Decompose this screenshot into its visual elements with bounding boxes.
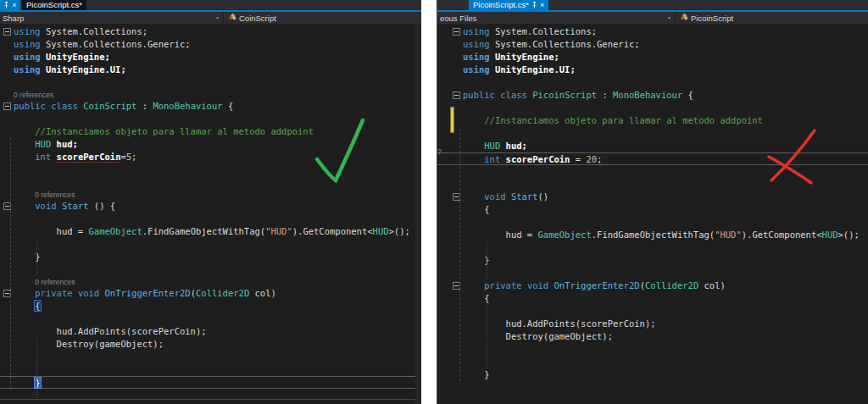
code-line[interactable] — [0, 176, 421, 189]
code-line[interactable] — [437, 241, 868, 254]
modified-lines-marker — [450, 107, 454, 133]
code-line[interactable]: { — [437, 203, 868, 216]
code-line[interactable]: int scorePerCoin = 20; — [437, 152, 868, 165]
code-line[interactable] — [0, 213, 421, 225]
code-text: Destroy(gameObject); — [14, 338, 421, 351]
chevron-down-icon[interactable]: ▼ — [667, 15, 671, 20]
code-line[interactable]: hud.AddPoints(scorePerCoin); — [437, 318, 868, 330]
code-line[interactable]: using System.Collections; — [437, 25, 868, 38]
code-line[interactable] — [0, 113, 421, 125]
code-line[interactable]: HUD hud; — [437, 140, 868, 152]
code-line[interactable]: private void OnTriggerEnter2D(Collider2D… — [0, 287, 421, 300]
code-text: using System.Collections; — [14, 25, 421, 38]
code-line[interactable] — [0, 263, 421, 276]
code-editor[interactable]: using System.Collections;using System.Co… — [0, 24, 421, 404]
code-line[interactable]: } — [0, 376, 421, 389]
chevron-down-icon[interactable]: ▼ — [215, 15, 220, 20]
code-line[interactable]: using UnityEngine; — [437, 51, 868, 64]
fold-collapse-icon[interactable] — [3, 102, 11, 110]
code-line[interactable] — [0, 163, 421, 176]
code-line[interactable]: using UnityEngine.UI; — [437, 64, 868, 76]
code-line[interactable] — [437, 343, 868, 356]
code-line[interactable]: private void OnTriggerEnter2D(Collider2D… — [437, 279, 868, 292]
active-tab-fragment[interactable]: × — [0, 0, 20, 10]
type-dropdown[interactable]: CoinScript — [224, 12, 421, 24]
code-text: public class CoinScript : MonoBehaviour … — [14, 100, 421, 113]
codelens-line[interactable]: 0 references — [0, 276, 421, 287]
code-line[interactable]: using System.Collections; — [0, 25, 421, 38]
code-line[interactable]: hud = GameObject.FindGameObjectWithTag("… — [0, 225, 421, 238]
tab-picoinscript-active[interactable]: PicoinScript.cs* × — [469, 0, 548, 10]
code-line[interactable]: using UnityEngine.UI; — [0, 64, 421, 76]
code-line[interactable] — [437, 178, 868, 191]
code-line[interactable] — [437, 356, 868, 368]
code-text: int scorePerCoin = 20; — [463, 153, 868, 166]
navigation-bar: eous Files ▼ PicoinScript — [437, 12, 868, 24]
fold-collapse-icon[interactable] — [453, 91, 460, 99]
code-line[interactable] — [0, 76, 421, 89]
code-text: private void OnTriggerEnter2D(Collider2D… — [463, 279, 868, 292]
close-icon[interactable]: × — [540, 1, 544, 9]
code-line[interactable] — [0, 238, 421, 251]
fold-collapse-icon[interactable] — [3, 28, 11, 36]
code-line[interactable] — [437, 102, 868, 114]
code-text: private void OnTriggerEnter2D(Collider2D… — [14, 287, 421, 300]
type-dropdown[interactable]: PicoinScript — [676, 12, 868, 24]
code-line[interactable]: { — [437, 292, 868, 305]
code-text: hud.AddPoints(scorePerCoin); — [14, 325, 421, 338]
code-text: } — [14, 377, 421, 390]
close-icon[interactable]: × — [12, 1, 16, 9]
type-dropdown-value: PicoinScript — [691, 14, 733, 23]
code-line[interactable]: int scorePerCoin=5; — [0, 151, 421, 163]
code-text: using System.Collections.Generic; — [14, 38, 421, 51]
code-line[interactable]: //Instanciamos objeto para llamar al met… — [0, 125, 421, 138]
code-text: int scorePerCoin=5; — [14, 151, 421, 163]
code-line[interactable]: void Start () { — [0, 200, 421, 213]
pin-icon[interactable] — [531, 2, 537, 8]
code-line[interactable] — [0, 363, 421, 376]
code-line[interactable]: public class PicoinScript : MonoBehaviou… — [437, 89, 868, 102]
code-text: public class PicoinScript : MonoBehaviou… — [463, 89, 868, 102]
codelens-line[interactable]: 0 references — [0, 189, 421, 200]
code-line[interactable]: Destroy(gameObject); — [0, 338, 421, 351]
code-text: hud.AddPoints(scorePerCoin); — [463, 318, 868, 330]
code-text: { — [463, 292, 868, 305]
code-line[interactable]: Destroy(gameObject); — [437, 330, 868, 343]
code-text: } — [463, 368, 868, 381]
code-line[interactable]: using System.Collections.Generic; — [437, 38, 868, 51]
code-line[interactable] — [437, 267, 868, 279]
code-line[interactable] — [437, 305, 868, 318]
code-line[interactable]: HUD hud; — [0, 138, 421, 151]
code-line[interactable]: hud = GameObject.FindGameObjectWithTag("… — [437, 229, 868, 241]
code-editor[interactable]: using System.Collections;using System.Co… — [437, 24, 868, 404]
code-line[interactable]: //Instanciamos objeto para llamar al met… — [437, 114, 868, 127]
code-line[interactable] — [437, 127, 868, 140]
pin-icon[interactable] — [3, 2, 9, 8]
project-dropdown[interactable]: eous Files ▼ — [437, 12, 675, 24]
codelens-line[interactable]: 0 references — [0, 89, 421, 100]
code-line[interactable]: public class CoinScript : MonoBehaviour … — [0, 100, 421, 113]
code-line[interactable] — [0, 313, 421, 325]
code-line[interactable]: } — [437, 254, 868, 267]
project-dropdown[interactable]: Sharp ▼ — [0, 12, 223, 24]
class-icon — [229, 14, 236, 23]
tab-picoinscript[interactable]: PicoinScript.cs* — [22, 0, 86, 10]
code-line[interactable] — [0, 351, 421, 363]
code-line[interactable]: { — [0, 300, 421, 313]
code-line[interactable]: using System.Collections.Generic; — [0, 38, 421, 51]
indent-guide — [36, 338, 37, 400]
code-line[interactable]: using UnityEngine; — [0, 51, 421, 64]
vertical-scrollbar[interactable] — [415, 24, 421, 404]
fold-collapse-icon[interactable] — [453, 28, 460, 36]
type-dropdown-value: CoinScript — [239, 14, 276, 23]
code-line[interactable] — [437, 216, 868, 229]
code-line[interactable]: } — [437, 368, 868, 381]
project-dropdown-value: Sharp — [0, 14, 24, 23]
fold-guide-line — [10, 138, 11, 388]
code-line[interactable]: hud.AddPoints(scorePerCoin); — [0, 325, 421, 338]
code-line[interactable]: } — [0, 251, 421, 263]
code-text: void Start () { — [14, 200, 421, 213]
code-line[interactable]: void Start() — [437, 191, 868, 203]
code-line[interactable] — [437, 76, 868, 89]
code-line[interactable] — [437, 165, 868, 178]
